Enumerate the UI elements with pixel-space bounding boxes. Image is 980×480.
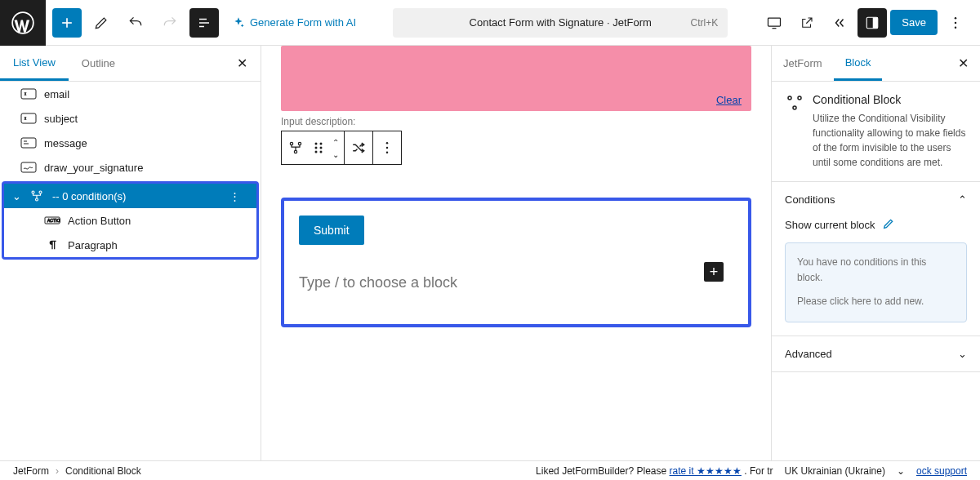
list-item-label: -- 0 condition(s) (52, 190, 126, 202)
tab-list-view[interactable]: List View (0, 47, 69, 81)
editor-canvas: Clear Input description: Submit Type / t… (261, 46, 771, 460)
dropdown-icon[interactable]: ⌄ (897, 465, 905, 477)
svg-point-5 (955, 21, 957, 24)
close-icon[interactable]: ✕ (224, 56, 261, 71)
edit-icon[interactable] (882, 217, 895, 233)
clear-link[interactable]: Clear (716, 94, 742, 106)
signature-icon (20, 160, 38, 175)
hint-line: You have no conditions in this block. (797, 255, 955, 286)
text-field-icon (20, 111, 38, 126)
save-button[interactable]: Save (890, 10, 938, 35)
svg-point-28 (788, 96, 791, 100)
document-title-bar[interactable]: Contact Form with Signature · JetForm Ct… (393, 8, 728, 38)
item-more-icon[interactable]: ⋮ (229, 190, 248, 202)
drag-handle-icon[interactable] (310, 131, 327, 164)
block-placeholder[interactable]: Type / to choose a block (299, 274, 733, 291)
svg-point-16 (290, 142, 292, 144)
editor-footer: JetForm › Conditional Block Liked JetFor… (0, 460, 980, 480)
paragraph-icon (43, 238, 61, 252)
svg-point-22 (320, 147, 323, 149)
chevron-up-icon: ⌃ (958, 193, 967, 206)
hint-line: Please click here to add new. (797, 294, 955, 309)
svg-point-12 (39, 191, 42, 193)
block-description: Utilize the Conditional Visibility funct… (813, 111, 967, 170)
svg-point-13 (36, 198, 38, 201)
list-item-signature[interactable]: draw_your_signature (0, 155, 261, 180)
block-toolbar (281, 131, 402, 165)
svg-point-25 (386, 142, 389, 144)
conditional-icon (28, 189, 46, 203)
text-field-icon (20, 87, 38, 101)
rate-link[interactable]: rate it ★★★★★ (670, 465, 742, 477)
submit-button[interactable]: Submit (299, 216, 364, 245)
list-item-label: Paragraph (68, 239, 118, 251)
more-options-icon[interactable] (941, 8, 970, 38)
svg-rect-9 (21, 138, 36, 148)
chevron-down-icon[interactable]: ⌄ (12, 190, 21, 202)
svg-point-4 (955, 16, 957, 19)
list-item-action-button[interactable]: ACTION Action Button (4, 208, 256, 233)
ai-button-label: Generate Form with AI (250, 16, 356, 29)
support-link[interactable]: ock support (916, 465, 967, 477)
edit-icon[interactable] (87, 8, 116, 38)
advanced-panel-toggle[interactable]: Advanced ⌄ (772, 336, 980, 371)
settings-panel-toggle[interactable] (858, 8, 887, 38)
svg-point-11 (32, 191, 34, 193)
collapse-icon[interactable] (825, 8, 854, 38)
block-type-icon[interactable] (282, 131, 310, 164)
svg-rect-8 (21, 113, 36, 123)
panel-title: Conditions (785, 193, 835, 206)
wp-logo[interactable] (0, 0, 46, 46)
svg-rect-1 (768, 18, 781, 26)
signature-field-preview[interactable]: Clear (281, 46, 751, 111)
list-item-label: email (44, 88, 69, 100)
conditions-panel-toggle[interactable]: Conditions ⌃ (772, 182, 980, 217)
list-item-message[interactable]: message (0, 131, 261, 155)
svg-point-18 (294, 150, 296, 153)
breadcrumb-item[interactable]: JetForm (13, 465, 49, 477)
list-item-email[interactable]: email (0, 82, 261, 106)
shuffle-icon[interactable] (345, 131, 372, 164)
input-description-label: Input description: (281, 116, 763, 127)
conditional-icon (785, 93, 804, 113)
action-button-icon: ACTION (43, 213, 61, 228)
external-link-icon[interactable] (792, 8, 822, 38)
list-item-label: message (44, 137, 87, 149)
svg-point-21 (315, 147, 318, 149)
footer-text: Liked JetFormBuilder? Please (536, 465, 669, 477)
block-title: Conditional Block (813, 93, 967, 106)
list-item-paragraph[interactable]: Paragraph (4, 233, 256, 257)
redo-button[interactable] (155, 8, 185, 38)
add-condition-hint[interactable]: You have no conditions in this block. Pl… (785, 242, 967, 322)
desktop-preview-icon[interactable] (760, 8, 789, 38)
show-block-label: Show current block (785, 219, 875, 231)
breadcrumb-item[interactable]: Conditional Block (65, 465, 141, 477)
chevron-down-icon: ⌄ (958, 348, 967, 360)
document-title: Contact Form with Signature · JetForm (470, 16, 652, 29)
list-item-conditional[interactable]: ⌄ -- 0 condition(s) ⋮ (4, 184, 256, 208)
panel-title: Advanced (785, 348, 832, 360)
list-view-panel: List View Outline ✕ email subject messag… (0, 46, 261, 460)
footer-text: . For tr (744, 465, 773, 477)
generate-ai-button[interactable]: Generate Form with AI (224, 11, 364, 34)
tab-outline[interactable]: Outline (69, 47, 128, 79)
add-block-inline-button[interactable]: + (704, 262, 724, 282)
language-label: UK Ukrainian (Ukraine) (785, 465, 885, 477)
breadcrumb[interactable]: JetForm › Conditional Block (13, 465, 141, 477)
more-options-icon[interactable] (373, 131, 401, 164)
svg-point-6 (955, 26, 957, 29)
list-item-subject[interactable]: subject (0, 106, 261, 131)
undo-button[interactable] (121, 8, 150, 38)
move-arrows[interactable] (327, 131, 344, 164)
textarea-icon (20, 136, 38, 150)
tab-jetform[interactable]: JetForm (772, 47, 834, 79)
shortcut-hint: Ctrl+K (691, 17, 719, 29)
list-item-label: draw_your_signature (44, 162, 143, 174)
svg-point-26 (386, 147, 389, 149)
close-icon[interactable]: ✕ (947, 56, 980, 71)
conditional-block-container[interactable]: Submit Type / to choose a block + (281, 198, 751, 327)
svg-point-24 (320, 151, 323, 153)
document-overview-button[interactable] (189, 8, 219, 38)
add-block-button[interactable] (52, 8, 82, 38)
tab-block[interactable]: Block (834, 47, 883, 81)
